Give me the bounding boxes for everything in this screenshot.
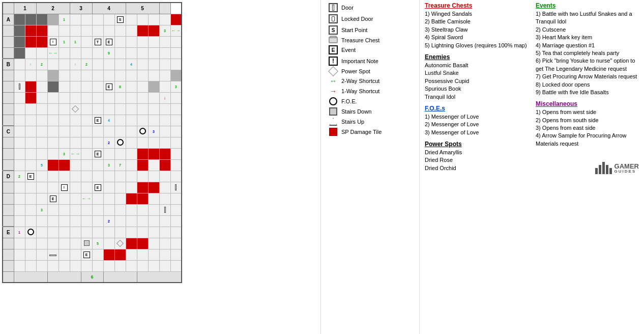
event-6: 6) Pick "bring Yosuke to nurse" option t… — [536, 57, 639, 73]
map-row-b6: E 4 — [3, 115, 182, 126]
enemies-title: Enemies — [425, 53, 528, 61]
treasure-chests-block: Treasure Chests 1) Winged Sandals 2) Bat… — [425, 2, 528, 49]
col-header-1: 1 — [14, 3, 36, 14]
gg-bars — [595, 162, 612, 174]
chest-label: Treasure Chest — [341, 37, 379, 43]
events-title: Events — [536, 2, 639, 9]
power-3: Dried Orchid — [425, 164, 528, 172]
chest-item-5: 5) Lightning Gloves (requires 100% map) — [425, 42, 528, 49]
start-label: Start Point — [341, 27, 367, 33]
map-row-a4: ←→ 9 — [3, 47, 182, 59]
map-row-a3: ≡ 1 1 T E — [3, 36, 182, 47]
enemy-5: Tranquil Idol — [425, 93, 528, 101]
sp-icon — [325, 128, 341, 136]
chest-item-2: 2) Battle Camisole — [425, 18, 528, 25]
event-7: 7) Get Procuring Arrow Materials request — [536, 73, 639, 80]
enemies-block: Enemies Autonomic Basalt Lustful Snake P… — [425, 53, 528, 101]
map-row-e: E 1 — [3, 227, 182, 238]
sp-label: SP Damage Tile — [341, 129, 382, 135]
locked-door-label: Locked Door — [341, 16, 373, 22]
event-4: 4) Marriage question #1 — [536, 42, 639, 49]
gamer-guides-logo: GAMER GUIDES — [536, 152, 639, 174]
foe-label: F.O.E. — [341, 98, 357, 104]
misc-2: 2) Opens from south side — [536, 117, 639, 124]
map-section: 1 2 3 4 5 A 1 S — [0, 0, 320, 334]
legend-item-stairs-down: Stairs Down — [325, 107, 415, 116]
power-spots-block: Power Spots Dried Amaryllis Dried Rose D… — [425, 141, 528, 172]
map-row-d5: 2 — [3, 215, 182, 227]
legend-item-stairs-up: Stairs Up — [325, 118, 415, 126]
event-8: 8) Locked door opens — [536, 81, 639, 89]
map-row-b5 — [3, 103, 182, 115]
map-row-a2: 3 ←→ — [3, 25, 182, 36]
info-section: Treasure Chests 1) Winged Sandals 2) Bat… — [420, 0, 644, 334]
map-row-c3: 3 ←→ E — [3, 148, 182, 159]
map-row-e4 — [3, 260, 182, 271]
legend-item-2way: ↔ 2-Way Shortcut — [325, 77, 415, 85]
event-label: Event — [341, 47, 356, 53]
map-row-d4: 3 — [3, 204, 182, 215]
map-row-b4: ↓ — [3, 92, 182, 103]
2way-label: 2-Way Shortcut — [341, 78, 379, 84]
gg-guides: GUIDES — [614, 170, 639, 174]
misc-3: 3) Opens from east side — [536, 124, 639, 132]
map-row-c2: 2 — [3, 137, 182, 148]
foe-3: 3) Messenger of Love — [425, 129, 528, 136]
gg-text-block: GAMER GUIDES — [614, 163, 639, 174]
note-icon: ! — [325, 57, 341, 66]
legend-item-start: S Start Point — [325, 25, 415, 35]
1way-label: 1-Way Shortcut — [341, 88, 379, 94]
map-row-e3: E — [3, 249, 182, 260]
legend-item-1way: → 1-Way Shortcut — [325, 87, 415, 95]
events-block: Events 1) Battle with two Lustful Snakes… — [536, 2, 639, 96]
stairs-down-label: Stairs Down — [341, 108, 371, 115]
door-icon — [325, 3, 341, 12]
2way-icon: ↔ — [325, 77, 341, 85]
misc-1: 1) Opens from west side — [536, 108, 639, 116]
map-row-e2: 5 — [3, 238, 182, 249]
event-5: 5) Tea that completely heals party — [536, 49, 639, 57]
foes-block: F.O.E.s 1) Messenger of Love 2) Messenge… — [425, 105, 528, 136]
chest-item-4: 4) Spiral Sword — [425, 34, 528, 41]
enemy-2: Lustful Snake — [425, 69, 528, 77]
event-1: 1) Battle with two Lustful Snakes and a … — [536, 10, 639, 26]
power-icon — [325, 68, 341, 75]
stairs-up-label: Stairs Up — [341, 119, 364, 125]
misc-4: 4) Arrow Sample for Procuring Arrow Mate… — [536, 132, 639, 148]
map-row-c: C 3 — [3, 126, 182, 137]
map-row-a: A 1 S — [3, 14, 182, 25]
enemy-1: Autonomic Basalt — [425, 62, 528, 69]
legend-item-door: Door — [325, 3, 415, 12]
1way-icon: → — [325, 87, 341, 95]
event-2: 2) Cutscene — [536, 26, 639, 34]
power-spots-title: Power Spots — [425, 141, 528, 148]
map-row-footer: 6 — [3, 271, 182, 283]
door-label: Door — [341, 5, 354, 11]
start-icon: S — [325, 25, 341, 35]
legend-item-chest: Treasure Chest — [325, 37, 415, 43]
map-row-b: B ↑ 2 ↑ 2 4 — [3, 59, 182, 70]
chest-icon — [325, 37, 341, 43]
col-header-3: 3 — [70, 3, 92, 14]
power-label: Power Spot — [341, 68, 370, 74]
chest-item-3: 3) Steeltrap Claw — [425, 26, 528, 34]
enemy-3: Possessive Cupid — [425, 77, 528, 85]
foe-1: 1) Messenger of Love — [425, 113, 528, 121]
map-row-d: D 2 E — [3, 171, 182, 182]
enemy-4: Spurious Book — [425, 85, 528, 93]
map-row-b2 — [3, 70, 182, 81]
legend-item-locked-door: Locked Door — [325, 14, 415, 23]
misc-block: Miscellaneous 1) Opens from west side 2)… — [536, 100, 639, 148]
legend-item-foe: F.O.E. — [325, 97, 415, 105]
stairs-down-icon — [325, 107, 341, 116]
foe-icon — [325, 97, 341, 105]
event-icon: E — [325, 45, 341, 54]
gg-gamer: GAMER — [614, 163, 639, 170]
legend-item-event: E Event — [325, 45, 415, 54]
legend-section: Door Locked Door S Start Point Treasure … — [320, 0, 420, 334]
note-label: Important Note — [341, 58, 378, 64]
chest-item-1: 1) Winged Sandals — [425, 10, 528, 18]
event-3: 3) Heart Mark key item — [536, 34, 639, 41]
foe-2: 2) Messenger of Love — [425, 121, 528, 128]
event-9: 9) Battle with five Idle Basalts — [536, 89, 639, 96]
